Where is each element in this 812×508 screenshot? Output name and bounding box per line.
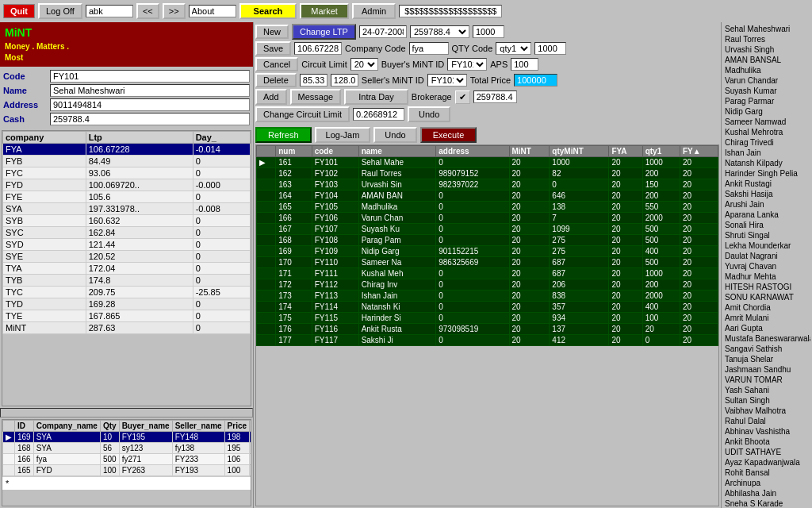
save-button[interactable]: Save xyxy=(255,41,291,56)
code-input[interactable] xyxy=(50,70,250,83)
main-table-row[interactable]: 172 FY112 Chirag Inv 0 20 206 20 200 20 xyxy=(257,279,718,291)
buyer-mint-select[interactable]: FY101 xyxy=(447,58,487,71)
main-table-row[interactable]: 167 FY107 Suyash Ku 0 20 1099 20 500 20 xyxy=(257,224,718,235)
name-list-item[interactable]: Sultan Singh xyxy=(723,395,810,406)
name-list-item[interactable]: VARUN TOMAR xyxy=(723,375,810,385)
data-table-container[interactable]: num code name address MiNT qtyMiNT FYA q… xyxy=(255,144,719,506)
name-list-item[interactable]: Sehal Maheshwari xyxy=(723,24,810,34)
name-list-item[interactable]: Yash Sahani xyxy=(723,385,810,395)
name-list-item[interactable]: Sonali Hira xyxy=(723,220,810,230)
company-row[interactable]: TYB 174.8 0 xyxy=(3,274,251,286)
refresh-button[interactable]: Refresh xyxy=(255,127,312,143)
name-list-item[interactable]: UDIT SATHAYE xyxy=(723,447,810,457)
name-list-item[interactable]: Kushal Mehrotra xyxy=(723,127,810,137)
company-row[interactable]: SYC 162.84 0 xyxy=(3,226,251,238)
name-list-item[interactable]: Jashmaan Sandhu xyxy=(723,364,810,375)
main-table-row[interactable]: 175 FY115 Harinder Si 0 20 934 20 100 20 xyxy=(257,313,718,324)
main-table-row[interactable]: 162 FY102 Raul Torres 989079152 20 82 20… xyxy=(257,168,718,179)
abk-input[interactable] xyxy=(86,5,133,17)
company-row[interactable]: TYC 209.75 -25.85 xyxy=(3,286,251,298)
nav-back-button[interactable]: << xyxy=(136,3,159,19)
horizontal-scrollbar[interactable] xyxy=(0,408,253,418)
company-row[interactable]: TYD 169.28 0 xyxy=(3,298,251,310)
name-list-item[interactable]: Daulat Nagrani xyxy=(723,251,810,261)
main-table-row[interactable]: 166 FY106 Varun Chan 0 20 7 20 2000 20 xyxy=(257,213,718,224)
name-list-item[interactable]: Tanuja Shelar xyxy=(723,354,810,364)
company-row[interactable]: SYB 160.632 0 xyxy=(3,214,251,226)
search-button[interactable]: Search xyxy=(239,3,297,19)
logoff-button[interactable]: Log Off xyxy=(38,3,82,19)
trans-row[interactable]: ▶ 169 SYA 10 FY195 FY148 198 dhruvagg 7/… xyxy=(3,432,252,443)
aps-input[interactable] xyxy=(511,58,538,71)
date-input[interactable] xyxy=(359,25,407,38)
main-table-row[interactable]: 176 FY116 Ankit Rusta 973098519 20 137 2… xyxy=(257,324,718,335)
circuit-limit-select[interactable]: 20 xyxy=(350,58,378,71)
name-list-item[interactable]: Aparana Lanka xyxy=(723,210,810,220)
name-list-item[interactable]: Madhulika xyxy=(723,65,810,75)
name-list-item[interactable]: Ishan Jain xyxy=(723,148,810,158)
name-list-item[interactable]: Nidip Garg xyxy=(723,106,810,117)
company-row[interactable]: TYE 167.865 0 xyxy=(3,310,251,321)
name-list-item[interactable]: Sneha S Karade xyxy=(723,498,810,508)
qty-1000-input[interactable] xyxy=(473,25,504,38)
total-price-input[interactable] xyxy=(514,74,557,87)
change-ltp-button[interactable]: Change LTP xyxy=(292,24,356,40)
qty-1000-input2[interactable] xyxy=(534,42,566,55)
quit-button[interactable]: Quit xyxy=(3,4,35,18)
name-list-item[interactable]: AMAN BANSAL xyxy=(723,55,810,65)
change-circuit-button[interactable]: Change Circuit Limit xyxy=(255,106,350,122)
main-table-row[interactable]: 173 FY113 Ishan Jain 0 20 838 20 2000 20 xyxy=(257,291,718,302)
name-list-item[interactable]: Rahul Dalal xyxy=(723,416,810,426)
delete-button[interactable]: Delete xyxy=(255,73,297,87)
main-table-row[interactable]: 174 FY114 Natansh Ki 0 20 357 20 400 20 xyxy=(257,302,718,313)
name-list-item[interactable]: Shruti Singal xyxy=(723,230,810,241)
name-list-item[interactable]: Parag Parmar xyxy=(723,96,810,106)
trans-row[interactable]: 168 SYA 56 sy123 fy138 195 piyush 7/23/2… xyxy=(3,443,252,454)
name-list-item[interactable]: Abhilasha Jain xyxy=(723,488,810,498)
main-table-row[interactable]: 170 FY110 Sameer Na 986325669 20 687 20 … xyxy=(257,257,718,268)
company-row[interactable]: SYD 121.44 0 xyxy=(3,238,251,250)
name-list-item[interactable]: Ankit Bhoota xyxy=(723,437,810,447)
undo-button[interactable]: Undo xyxy=(373,127,416,143)
name-list-item[interactable]: Amit Chordia xyxy=(723,302,810,313)
name-list-item[interactable]: Lekha Mounderkar xyxy=(723,241,810,251)
trans-row[interactable]: 165 FYD 100 FY263 FY193 100 Punit90 23-0… xyxy=(3,465,252,476)
name-list-item[interactable]: Harinder Singh Pelia xyxy=(723,168,810,179)
name-list-item[interactable]: Madhur Mehta xyxy=(723,271,810,282)
nav-forward-button[interactable]: >> xyxy=(163,3,186,19)
dropdown-259788[interactable]: 259788.4 xyxy=(410,25,469,38)
company-row[interactable]: MiNT 287.63 0 xyxy=(3,321,251,333)
company-row[interactable]: FYA 106.67228 -0.014 xyxy=(3,143,251,155)
message-button[interactable]: Message xyxy=(290,89,342,105)
name-list-item[interactable]: Aari Gupta xyxy=(723,323,810,333)
main-table-row[interactable]: 164 FY104 AMAN BAN 0 20 646 20 200 20 xyxy=(257,190,718,202)
about-input[interactable] xyxy=(189,5,236,17)
execute-button[interactable]: Execute xyxy=(420,127,477,143)
decimal-input[interactable] xyxy=(353,108,404,121)
name-list-item[interactable]: Urvashi Singh xyxy=(723,44,810,55)
name-list-item[interactable]: Natansh Kilpady xyxy=(723,158,810,168)
val128-input[interactable] xyxy=(331,74,358,87)
trans-row[interactable]: 166 fya 500 fy271 FY233 106 nishabhchokh… xyxy=(3,454,252,465)
name-list-item[interactable]: Vaibhav Malhotra xyxy=(723,406,810,416)
logjam-button[interactable]: Log-Jam xyxy=(315,127,371,143)
company-row[interactable]: FYC 93.06 0 xyxy=(3,167,251,179)
name-list-item[interactable]: Sangavi Sathish xyxy=(723,344,810,354)
name-list-item[interactable]: Sakshi Hasija xyxy=(723,189,810,199)
brokerage-icon[interactable]: ✔ xyxy=(455,90,470,104)
name-list-item[interactable]: Abhinav Vashistha xyxy=(723,426,810,437)
cancel-button[interactable]: Cancel xyxy=(255,57,298,71)
main-table-row[interactable]: 168 FY108 Parag Pam 0 20 275 20 500 20 xyxy=(257,235,718,246)
name-input[interactable] xyxy=(50,84,250,97)
name-list-item[interactable]: Ayaz Kapadwanjwala xyxy=(723,457,810,468)
name-list-item[interactable]: Yuvraj Chavan xyxy=(723,261,810,271)
cash-input[interactable] xyxy=(50,113,250,125)
name-list-item[interactable]: Sameer Namwad xyxy=(723,117,810,127)
add-row-cell[interactable]: * xyxy=(2,476,251,490)
company-row[interactable]: SYA 197.331978.. -0.008 xyxy=(3,202,251,214)
add-button[interactable]: Add xyxy=(255,89,287,105)
name-list-item[interactable]: Archinupa xyxy=(723,478,810,488)
name-list-item[interactable]: Varun Chandar xyxy=(723,75,810,86)
ltp-value-input[interactable] xyxy=(294,42,342,55)
name-list-item[interactable]: Suyash Kumar xyxy=(723,86,810,96)
